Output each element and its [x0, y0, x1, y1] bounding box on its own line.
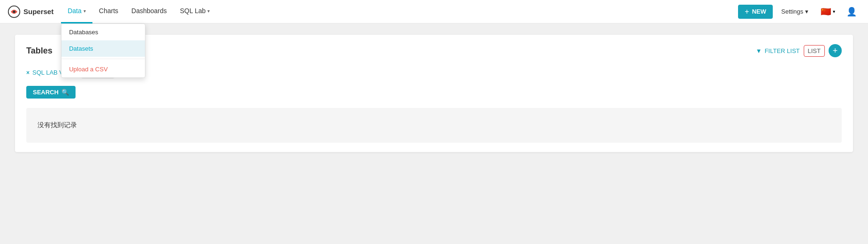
search-row: SEARCH 🔍 — [26, 86, 842, 99]
brand-name: Superset — [23, 8, 53, 15]
nav-sqllab-arrow: ▾ — [207, 8, 210, 14]
svg-point-1 — [13, 10, 15, 13]
filter-list-button[interactable]: ▼ FILTER LIST — [756, 47, 800, 54]
dropdown-item-datasets[interactable]: Datasets — [61, 40, 145, 57]
flag-arrow: ▾ — [833, 9, 835, 14]
add-table-button[interactable]: + — [829, 44, 842, 57]
empty-state-text: 没有找到记录 — [38, 121, 77, 129]
search-icon: 🔍 — [61, 89, 69, 96]
filter-list-label: FILTER LIST — [765, 47, 800, 54]
nav-item-charts-label: Charts — [99, 7, 118, 15]
settings-arrow: ▾ — [805, 8, 808, 15]
navbar-right: + NEW Settings ▾ 🇨🇳 ▾ 👤 — [738, 4, 860, 20]
dropdown-divider — [61, 59, 145, 59]
nav-items: Data ▾ Databases Datasets Upload a CSV C… — [61, 0, 738, 23]
superset-logo-icon — [8, 5, 21, 18]
nav-item-sqllab-label: SQL Lab — [180, 7, 206, 15]
dropdown-item-upload-csv[interactable]: Upload a CSV — [61, 61, 145, 77]
list-view-button[interactable]: LIST — [804, 45, 825, 57]
nav-data-arrow: ▾ — [84, 8, 86, 14]
search-button[interactable]: SEARCH 🔍 — [26, 86, 76, 99]
list-label: LIST — [808, 47, 821, 54]
empty-state: 没有找到记录 — [26, 108, 842, 143]
nav-item-sqllab[interactable]: SQL Lab ▾ — [174, 0, 217, 23]
panel-header: Tables ▼ FILTER LIST LIST + — [26, 44, 842, 57]
flag-emoji: 🇨🇳 — [821, 7, 831, 17]
filter-tag-remove: × — [26, 69, 30, 76]
nav-item-data[interactable]: Data ▾ Databases Datasets Upload a CSV — [61, 0, 92, 23]
new-button-label: NEW — [752, 8, 766, 15]
nav-item-dashboards[interactable]: Dashboards — [125, 0, 174, 23]
new-button-plus: + — [745, 8, 749, 16]
filter-icon: ▼ — [756, 47, 762, 54]
page-title: Tables — [26, 46, 53, 56]
nav-item-data-label: Data — [68, 7, 82, 15]
settings-label: Settings — [781, 8, 803, 15]
user-button[interactable]: 👤 — [843, 4, 860, 20]
brand: Superset — [8, 5, 53, 18]
dropdown-item-databases[interactable]: Databases — [61, 24, 145, 40]
filter-row: × SQL LAB VIEW 不等于 等于 包含 ✓ — [26, 67, 842, 78]
settings-button[interactable]: Settings ▾ — [777, 5, 813, 18]
panel-actions: ▼ FILTER LIST LIST + — [756, 44, 842, 57]
nav-item-dashboards-label: Dashboards — [131, 7, 167, 15]
navbar: Superset Data ▾ Databases Datasets Uploa… — [0, 0, 868, 23]
flag-button[interactable]: 🇨🇳 ▾ — [817, 4, 839, 20]
nav-item-charts[interactable]: Charts — [92, 0, 125, 23]
add-icon: + — [833, 46, 838, 56]
new-button[interactable]: + NEW — [738, 5, 773, 19]
search-button-label: SEARCH — [33, 89, 59, 96]
data-dropdown-menu: Databases Datasets Upload a CSV — [61, 23, 145, 78]
superset-logo[interactable]: Superset — [8, 5, 53, 18]
user-icon: 👤 — [846, 7, 857, 17]
